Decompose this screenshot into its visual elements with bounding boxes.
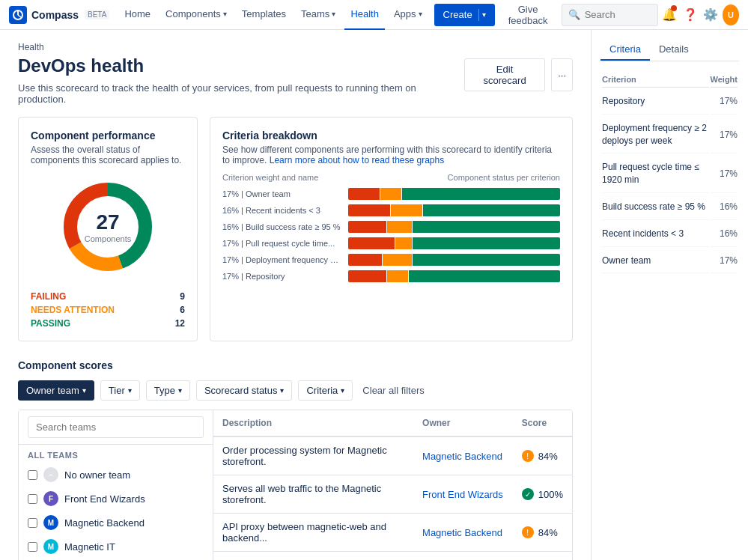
score-cell: ! 84% bbox=[513, 514, 572, 552]
rp-criterion-row: Repository 17% bbox=[602, 89, 738, 115]
clear-filters-button[interactable]: Clear all filters bbox=[359, 381, 428, 400]
nav-home[interactable]: Home bbox=[118, 0, 156, 30]
rp-table-body: Repository 17% Deployment frequency ≥ 2 … bbox=[602, 89, 738, 273]
nav-components[interactable]: Components▾ bbox=[159, 0, 233, 30]
owner-link[interactable]: Front End Wizards bbox=[422, 489, 503, 500]
table-row: Serves all web traffic to the Magnetic s… bbox=[213, 475, 572, 514]
rp-criterion-weight: 17% bbox=[711, 89, 738, 115]
bar-green bbox=[402, 188, 560, 200]
team-name: Front End Wizards bbox=[64, 493, 145, 505]
team-checkbox[interactable] bbox=[28, 542, 37, 552]
bar-red bbox=[348, 270, 386, 282]
owner-link[interactable]: Magnetic Backend bbox=[422, 451, 502, 462]
search-input[interactable] bbox=[585, 9, 651, 20]
description-cell: Serves all web traffic to the Magnetic s… bbox=[213, 475, 413, 514]
help-button[interactable]: ❓ bbox=[681, 4, 699, 26]
create-button[interactable]: Create ▾ bbox=[434, 4, 495, 26]
filter-bar: Owner team ▾ Tier ▾ Type ▾ Scorecard sta… bbox=[18, 380, 573, 401]
settings-button[interactable]: ⚙️ bbox=[702, 4, 720, 26]
bar-red bbox=[348, 221, 386, 233]
criteria-bars: 17% | Owner team 16% | Recent incidents … bbox=[222, 188, 560, 282]
chevron-down-icon: ▾ bbox=[419, 10, 422, 18]
component-scores-title: Component scores bbox=[18, 359, 573, 371]
criteria-bar bbox=[348, 204, 560, 216]
team-item[interactable]: M Magnetic Backend bbox=[19, 511, 213, 535]
table-area: Description Owner Score Order processing… bbox=[213, 410, 572, 560]
tab-details[interactable]: Details bbox=[650, 39, 698, 61]
team-checkbox[interactable] bbox=[28, 470, 37, 480]
criteria-row-label: 16% | Build success rate ≥ 95 % bbox=[222, 222, 342, 231]
col-owner: Owner bbox=[413, 410, 513, 436]
team-item[interactable]: F Front End Wizards bbox=[19, 487, 213, 511]
content-area: Health DevOps health Use this scorecard … bbox=[0, 30, 591, 560]
team-avatar: – bbox=[43, 467, 58, 482]
more-options-button[interactable]: ··· bbox=[551, 58, 573, 91]
rp-criterion-row: Build success rate ≥ 95 % 16% bbox=[602, 195, 738, 220]
tier-filter[interactable]: Tier ▾ bbox=[100, 380, 140, 401]
bar-orange bbox=[391, 204, 422, 216]
main-wrapper: Health DevOps health Use this scorecard … bbox=[0, 30, 748, 560]
tab-criteria[interactable]: Criteria bbox=[600, 39, 650, 61]
score-value: 84% bbox=[538, 527, 558, 538]
description-cell: Currency service for Magnetic web that p… bbox=[213, 552, 413, 561]
bar-red bbox=[348, 188, 380, 200]
nav-teams[interactable]: Teams▾ bbox=[295, 0, 341, 30]
team-checkbox[interactable] bbox=[28, 494, 37, 504]
criteria-help-link[interactable]: Learn more about how to read these graph… bbox=[270, 155, 444, 165]
search-bar[interactable]: 🔍 bbox=[562, 4, 658, 26]
team-avatar: M bbox=[43, 539, 58, 554]
criteria-row-label: 16% | Recent incidents < 3 bbox=[222, 206, 342, 215]
failing-status: FAILING 9 bbox=[31, 291, 185, 302]
perf-card-desc: Assess the overall status of components … bbox=[31, 144, 185, 165]
right-panel: Criteria Details Criterion Weight Reposi… bbox=[591, 30, 748, 560]
nav-health[interactable]: Health bbox=[344, 0, 385, 30]
score-cell: ! 84% bbox=[513, 552, 572, 561]
criteria-bar bbox=[348, 237, 560, 249]
rp-criterion-weight: 17% bbox=[711, 249, 738, 274]
bar-green bbox=[423, 204, 560, 216]
criteria-card-desc: See how different components are perform… bbox=[222, 144, 560, 165]
data-table: Description Owner Score Order processing… bbox=[213, 410, 572, 560]
rp-criterion-weight: 16% bbox=[711, 222, 738, 247]
bar-orange bbox=[387, 221, 413, 233]
owner-team-filter[interactable]: Owner team ▾ bbox=[18, 380, 94, 401]
chevron-down-icon: ▾ bbox=[223, 10, 227, 18]
feedback-button[interactable]: Give feedback bbox=[498, 4, 559, 26]
bar-orange bbox=[395, 237, 412, 249]
bar-green bbox=[409, 270, 560, 282]
team-item[interactable]: – No owner team bbox=[19, 463, 213, 487]
notifications-button[interactable]: 🔔 bbox=[661, 4, 678, 26]
team-checkbox[interactable] bbox=[28, 518, 37, 528]
nav-apps[interactable]: Apps▾ bbox=[388, 0, 428, 30]
owner-cell: Magnetic Backend bbox=[413, 514, 513, 552]
col-score: Score bbox=[513, 410, 572, 436]
team-name: No owner team bbox=[64, 469, 130, 481]
scorecard-status-filter[interactable]: Scorecard status ▾ bbox=[196, 380, 293, 401]
criteria-bar-row: 17% | Pull request cycle time... bbox=[222, 237, 560, 249]
search-teams-input[interactable] bbox=[28, 416, 204, 438]
rp-criterion-row: Deployment frequency ≥ 2 deploys per wee… bbox=[602, 116, 738, 154]
description-cell: API proxy between magnetic-web and backe… bbox=[213, 514, 413, 552]
chevron-down-icon: ▾ bbox=[341, 386, 344, 395]
edit-scorecard-button[interactable]: Edit scorecard bbox=[464, 58, 545, 91]
donut-center: 27 Components bbox=[85, 210, 131, 243]
criteria-bar bbox=[348, 270, 560, 282]
rp-col-criterion: Criterion bbox=[602, 72, 709, 88]
nav-templates[interactable]: Templates bbox=[236, 0, 292, 30]
app-name: Compass bbox=[31, 9, 79, 21]
app-logo[interactable]: Compass BETA bbox=[9, 6, 109, 24]
avatar[interactable]: U bbox=[723, 4, 739, 25]
status-list: FAILING 9 NEEDS ATTENTION 6 PASSING 12 bbox=[31, 291, 185, 329]
page-description: Use this scorecard to track the health o… bbox=[18, 82, 464, 105]
criteria-filter[interactable]: Criteria ▾ bbox=[298, 380, 353, 401]
col-description: Description bbox=[213, 410, 413, 436]
type-filter[interactable]: Type ▾ bbox=[146, 380, 190, 401]
right-panel-tabs: Criteria Details bbox=[600, 39, 739, 61]
search-teams-wrap bbox=[19, 410, 213, 445]
team-avatar: M bbox=[43, 515, 58, 530]
breadcrumb: Health bbox=[18, 42, 573, 52]
warning-icon: ! bbox=[522, 526, 534, 538]
chevron-down-icon: ▾ bbox=[280, 386, 284, 395]
team-item[interactable]: M Magnetic IT bbox=[19, 535, 213, 559]
owner-link[interactable]: Magnetic Backend bbox=[422, 527, 502, 538]
